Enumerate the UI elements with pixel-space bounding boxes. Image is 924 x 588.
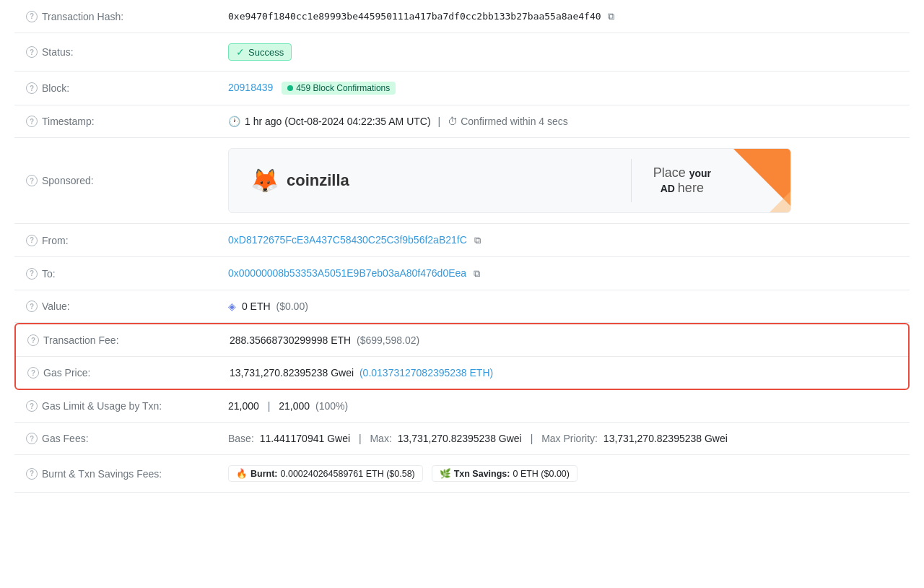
info-icon-gas-limit: ? (26, 400, 38, 412)
timestamp-value: 🕐 1 hr ago (Oct-08-2024 04:22:35 AM UTC)… (228, 116, 898, 127)
info-icon-sponsored: ? (26, 175, 38, 186)
coinzilla-emoji: 🦊 (250, 167, 279, 194)
gas-price-label: ? Gas Price: (27, 367, 206, 379)
fire-icon: 🔥 (236, 468, 248, 479)
block-label: ? Block: (26, 82, 205, 94)
burnt-savings-label: ? Burnt & Txn Savings Fees: (26, 468, 205, 480)
info-icon-status: ? (26, 46, 38, 58)
from-label: ? From: (26, 235, 205, 246)
transaction-hash-label: ? Transaction Hash: (26, 11, 205, 22)
copy-hash-button[interactable]: ⧉ (608, 11, 614, 22)
coinzilla-name: coinzilla (287, 171, 349, 190)
info-icon-timestamp: ? (26, 116, 38, 127)
timestamp-label: ? Timestamp: (26, 116, 205, 127)
ad-line2: AD here (653, 181, 711, 196)
timer-icon: ⏱ (448, 116, 458, 127)
confirmation-dot (287, 85, 293, 91)
clock-icon: 🕐 (228, 116, 240, 127)
confirmed-text: ⏱ Confirmed within 4 secs (448, 116, 568, 127)
to-address-link[interactable]: 0x00000008b53353A5051E9B7eb03aA80f476d0E… (228, 267, 466, 279)
gas-fees-value: Base: 11.441170941 Gwei | Max: 13,731,27… (217, 423, 910, 455)
info-icon-tx-fee: ? (27, 334, 39, 346)
info-icon-to: ? (26, 268, 38, 280)
tx-fee-label: ? Transaction Fee: (27, 334, 206, 346)
coinzilla-logo: 🦊 coinzilla (250, 167, 349, 194)
info-icon-hash: ? (26, 11, 38, 22)
info-icon-gas-fees: ? (26, 433, 38, 444)
ad-place-text: Place your AD here (632, 165, 733, 196)
burnt-badge: 🔥 Burnt: 0.000240264589761 ETH ($0.58) (228, 465, 423, 482)
sponsored-label: ? Sponsored: (26, 175, 205, 186)
to-label: ? To: (26, 268, 205, 280)
info-icon-block: ? (26, 82, 38, 94)
fee-section: ? Transaction Fee: 288.35668730299998 ET… (14, 323, 910, 390)
status-badge: ✓ Success (228, 43, 292, 61)
from-address-link[interactable]: 0xD8172675FcE3A437C58430C25C3f9b56f2aB21… (228, 234, 467, 246)
ad-line1: Place your (653, 165, 711, 181)
info-icon-gas-price: ? (27, 367, 39, 379)
burnt-savings-value: 🔥 Burnt: 0.000240264589761 ETH ($0.58) 🌿… (217, 455, 910, 493)
ad-banner[interactable]: 🦊 coinzilla Place your AD here (228, 148, 791, 213)
ad-logo-area: 🦊 coinzilla (229, 167, 631, 194)
value-cell: ◈ 0 ETH ($0.00) (217, 290, 910, 323)
savings-badge: 🌿 Txn Savings: 0 ETH ($0.00) (432, 465, 578, 482)
copy-from-button[interactable]: ⧉ (474, 235, 481, 246)
gas-limit-value: 21,000 | 21,000 (100%) (217, 390, 910, 423)
block-number-link[interactable]: 20918439 (228, 82, 273, 93)
check-icon: ✓ (236, 46, 245, 58)
transaction-hash-value: 0xe9470f1840cc1e89993be445950111a417ba7d… (217, 0, 910, 33)
copy-to-button[interactable]: ⧉ (474, 268, 480, 280)
savings-icon: 🌿 (440, 468, 451, 479)
gas-price-value: 13,731,270.82395238 Gwei (0.013731270823… (218, 357, 908, 389)
divider: | (438, 116, 441, 127)
ad-graphic (733, 148, 790, 213)
confirmations-badge: 459 Block Confirmations (282, 82, 396, 95)
info-icon-from: ? (26, 235, 38, 246)
gas-fees-label: ? Gas Fees: (26, 433, 205, 444)
value-label: ? Value: (26, 301, 205, 312)
ad-triangle-svg (733, 148, 790, 213)
eth-diamond-icon: ◈ (228, 301, 236, 312)
info-icon-value: ? (26, 301, 38, 312)
gas-limit-label: ? Gas Limit & Usage by Txn: (26, 400, 205, 412)
tx-fee-value: 288.35668730299998 ETH ($699,598.02) (218, 324, 908, 357)
status-label: ? Status: (26, 46, 205, 58)
info-icon-burnt: ? (26, 468, 38, 480)
